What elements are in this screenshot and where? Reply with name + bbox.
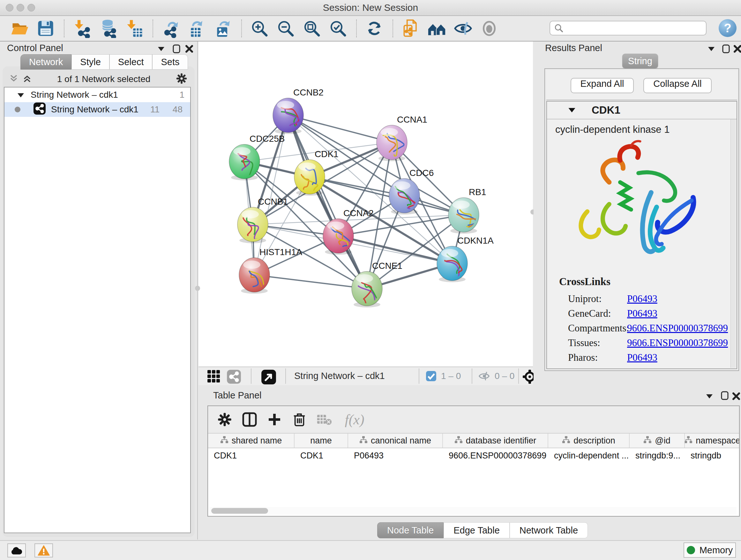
tab-network-table[interactable]: Network Table [510, 522, 588, 538]
table-hscrollbar[interactable] [209, 507, 737, 515]
crosslink-link[interactable]: P06493 [627, 352, 657, 363]
show-columns-button[interactable] [241, 411, 259, 428]
network-node-CCNB2[interactable]: CCNB2 [273, 87, 324, 134]
tab-style[interactable]: Style [71, 54, 109, 70]
control-panel-close-icon[interactable] [184, 44, 195, 54]
results-scrollbar[interactable] [731, 119, 736, 368]
network-node-CDKN1A[interactable]: CDKN1A [437, 236, 494, 282]
table-cell[interactable]: cyclin-dependent ... [548, 448, 630, 463]
zoom-selected-button[interactable] [328, 18, 348, 38]
hide-selected-button[interactable] [453, 18, 473, 38]
open-in-window-icon[interactable] [261, 369, 276, 386]
network-collection-row[interactable]: String Network – cdk1 1 [4, 87, 190, 102]
export-image-button[interactable] [213, 18, 233, 38]
selected-checkbox-icon[interactable] [426, 371, 436, 383]
import-network-file-button[interactable] [72, 18, 92, 38]
zoom-out-button[interactable] [276, 18, 295, 38]
import-table-button[interactable] [125, 18, 144, 38]
table-panel-close-icon[interactable] [731, 391, 741, 401]
crosslink-link[interactable]: 9606.ENSP00000378699 [627, 322, 728, 334]
control-panel-menu-icon[interactable] [156, 44, 166, 54]
results-panel-close-icon[interactable] [732, 44, 741, 54]
zoom-in-button[interactable] [250, 18, 269, 38]
node-label: CCNB2 [293, 87, 324, 98]
search-field[interactable] [549, 21, 706, 36]
expand-all-networks-icon[interactable] [22, 74, 32, 84]
export-table-button[interactable] [187, 18, 207, 38]
network-node-CCNA1[interactable]: CCNA1 [377, 115, 427, 161]
table-cell[interactable]: 9606.ENSP00000378699 [443, 448, 548, 463]
crosslink-link[interactable]: 9606.ENSP00000378699 [627, 337, 728, 349]
tab-select[interactable]: Select [110, 54, 152, 70]
tab-edge-table[interactable]: Edge Table [444, 522, 510, 538]
collapse-all-button[interactable]: Collapse All [643, 78, 712, 93]
hidden-eye-icon[interactable] [478, 371, 490, 382]
protein-card-header[interactable]: CDK1 [547, 102, 737, 119]
network-node-CCNB1[interactable]: CCNB1 [238, 197, 288, 243]
table-cell[interactable]: CDK1 [208, 448, 294, 463]
column-header-database-identifier[interactable]: database identifier [443, 434, 548, 448]
column-header-description[interactable]: description [548, 434, 630, 448]
expand-all-button[interactable]: Expand All [570, 78, 634, 93]
search-input[interactable] [563, 23, 699, 34]
crosslink-link[interactable]: P06493 [627, 293, 657, 305]
collapse-all-networks-icon[interactable] [9, 74, 18, 84]
clone-network-button[interactable] [401, 18, 421, 38]
string-panel-toggle-icon[interactable] [226, 369, 241, 385]
table-cell[interactable]: P06493 [348, 448, 443, 463]
table-cell[interactable]: stringdb [685, 448, 739, 463]
birdseye-grid-icon[interactable] [207, 369, 221, 385]
import-network-database-button[interactable] [98, 18, 118, 38]
tab-sets[interactable]: Sets [152, 54, 188, 70]
network-options-gear-icon[interactable] [176, 72, 188, 86]
cloud-status-button[interactable] [7, 543, 26, 557]
network-node-CDK1[interactable]: CDK1 [294, 149, 339, 196]
left-splitter-handle[interactable] [195, 286, 200, 291]
protein-collapse-icon[interactable] [568, 107, 576, 114]
crosslink-link[interactable]: P06493 [627, 308, 657, 319]
network-edge[interactable] [254, 275, 367, 289]
open-session-button[interactable] [10, 18, 29, 38]
show-all-button[interactable] [427, 18, 447, 38]
network-node-HIST1H1A[interactable]: HIST1H1A [239, 247, 302, 294]
network-edge[interactable] [288, 115, 367, 289]
column-header-name[interactable]: name [294, 434, 348, 448]
network-edge[interactable] [310, 177, 464, 215]
column-header-namespace[interactable]: namespace [685, 434, 739, 448]
export-network-button[interactable] [161, 18, 181, 38]
results-tab-string[interactable]: String [622, 54, 658, 68]
network-node-RB1[interactable]: RB1 [448, 187, 486, 234]
show-hidden-button[interactable] [479, 18, 499, 38]
save-session-button[interactable] [36, 18, 56, 38]
table-hscrollbar-thumb[interactable] [211, 508, 268, 514]
help-button[interactable]: ? [719, 19, 737, 37]
tab-node-table[interactable]: Node Table [377, 522, 444, 538]
memory-button[interactable]: Memory [684, 543, 736, 558]
column-header-canonical-name[interactable]: canonical name [348, 434, 443, 448]
refresh-layout-button[interactable] [364, 18, 384, 38]
table-settings-button[interactable] [216, 411, 233, 428]
column-header-shared-name[interactable]: shared name [208, 434, 294, 448]
network-canvas[interactable]: CCNB2CCNA1CDC25BCDK1CDC6RB1CCNB1CCNA2CDK… [199, 42, 533, 367]
network-node-CDC6[interactable]: CDC6 [389, 168, 434, 214]
results-panel-float-icon[interactable] [721, 44, 731, 54]
delete-column-button[interactable] [290, 411, 308, 428]
table-cell[interactable]: stringdb:9... [630, 448, 685, 463]
table-panel-float-icon[interactable] [719, 390, 730, 401]
table-row[interactable]: CDK1CDK1P064939606.ENSP00000378699cyclin… [208, 448, 739, 463]
table-cell[interactable]: CDK1 [294, 448, 348, 463]
tab-network[interactable]: Network [20, 54, 71, 70]
network-row[interactable]: String Network – cdk1 11 48 [4, 102, 190, 117]
column-header--id[interactable]: @id [630, 434, 685, 448]
function-builder-button[interactable]: f(x) [340, 411, 369, 428]
warnings-button[interactable] [35, 543, 53, 557]
network-graph[interactable]: CCNB2CCNA1CDC25BCDK1CDC6RB1CCNB1CCNA2CDK… [199, 42, 533, 367]
network-node-CCNE1[interactable]: CCNE1 [352, 261, 402, 307]
results-panel-menu-icon[interactable] [706, 44, 717, 54]
zoom-fit-button[interactable] [302, 18, 322, 38]
add-column-button[interactable] [266, 411, 283, 428]
delete-table-button[interactable] [315, 411, 333, 428]
table-panel-menu-icon[interactable] [704, 391, 715, 401]
control-panel-float-icon[interactable] [171, 44, 182, 54]
collection-expand-icon[interactable] [17, 90, 24, 100]
